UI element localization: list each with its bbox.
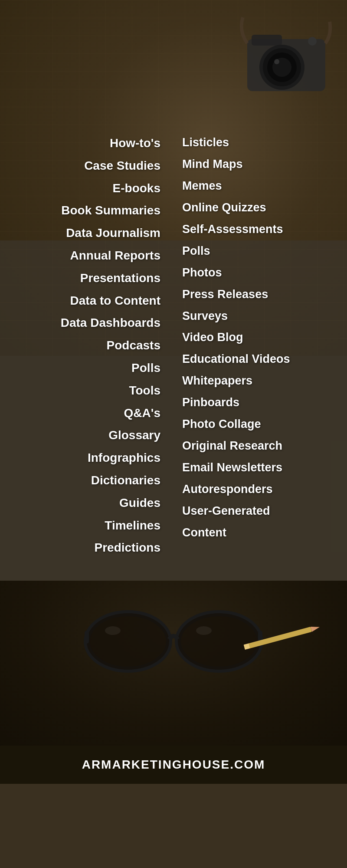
right-list-item: Email Newsletters bbox=[182, 457, 338, 479]
right-list-item: Pinboards bbox=[182, 392, 338, 414]
right-list-item: Original Research bbox=[182, 435, 338, 457]
left-list-item: Q&A's bbox=[9, 402, 160, 424]
left-list-item: E-books bbox=[9, 177, 160, 200]
svg-point-14 bbox=[105, 626, 121, 635]
left-list-item: Glossary bbox=[9, 424, 160, 447]
footer-url: ARMARKETINGHOUSE.COM bbox=[82, 758, 265, 771]
right-column: ListiclesMind MapsMemesOnline QuizzesSel… bbox=[174, 132, 338, 559]
svg-marker-17 bbox=[311, 625, 320, 632]
right-list-item: Whitepapers bbox=[182, 370, 338, 392]
right-list-item: Content bbox=[182, 522, 338, 544]
right-list-item: Listicles bbox=[182, 132, 338, 154]
left-list-item: Tools bbox=[9, 379, 160, 402]
bottom-photo-section bbox=[0, 581, 347, 746]
left-list-item: Podcasts bbox=[9, 334, 160, 357]
svg-point-6 bbox=[274, 59, 279, 64]
left-list-item: Dictionaries bbox=[9, 469, 160, 492]
left-list-item: Book Summaries bbox=[9, 199, 160, 222]
left-list-item: Data Dashboards bbox=[9, 312, 160, 334]
glasses-decoration bbox=[82, 598, 265, 676]
right-list-item: Video Blog bbox=[182, 327, 338, 349]
left-list-item: Presentations bbox=[9, 267, 160, 289]
right-list-item: Surveys bbox=[182, 306, 338, 327]
svg-point-15 bbox=[196, 626, 212, 635]
right-list-item: Photo Collage bbox=[182, 414, 338, 435]
columns-wrapper: How-to'sCase StudiesE-booksBook Summarie… bbox=[0, 128, 347, 563]
right-list-item: Educational Videos bbox=[182, 349, 338, 370]
right-list-item: Memes bbox=[182, 175, 338, 197]
right-list-item: Press Releases bbox=[182, 284, 338, 306]
left-list-item: Case Studies bbox=[9, 155, 160, 177]
left-list-item: Data Journalism bbox=[9, 222, 160, 244]
svg-point-7 bbox=[308, 37, 317, 46]
left-list-item: Predictions bbox=[9, 536, 160, 559]
left-list-item: How-to's bbox=[9, 132, 160, 155]
right-list-item: Photos bbox=[182, 262, 338, 284]
left-list-item: Timelines bbox=[9, 514, 160, 537]
right-list-item: Self-Assessments bbox=[182, 219, 338, 240]
content-list-section: How-to'sCase StudiesE-booksBook Summarie… bbox=[0, 119, 347, 581]
camera-decoration bbox=[239, 13, 334, 100]
left-list-item: Data to Content bbox=[9, 289, 160, 312]
left-list-item: Annual Reports bbox=[9, 244, 160, 267]
left-list-item: Guides bbox=[9, 492, 160, 514]
right-list-item: Online Quizzes bbox=[182, 197, 338, 219]
right-list-item: Polls bbox=[182, 240, 338, 262]
svg-point-9 bbox=[87, 613, 169, 670]
left-column: How-to'sCase StudiesE-booksBook Summarie… bbox=[9, 132, 174, 559]
right-list-item: User-Generated bbox=[182, 500, 338, 522]
left-list-item: Polls bbox=[9, 357, 160, 379]
footer-section: ARMARKETINGHOUSE.COM bbox=[0, 746, 347, 784]
left-list-item: Infographics bbox=[9, 447, 160, 469]
right-list-item: Mind Maps bbox=[182, 154, 338, 175]
right-list-item: Autoresponders bbox=[182, 479, 338, 500]
svg-rect-1 bbox=[252, 35, 282, 46]
